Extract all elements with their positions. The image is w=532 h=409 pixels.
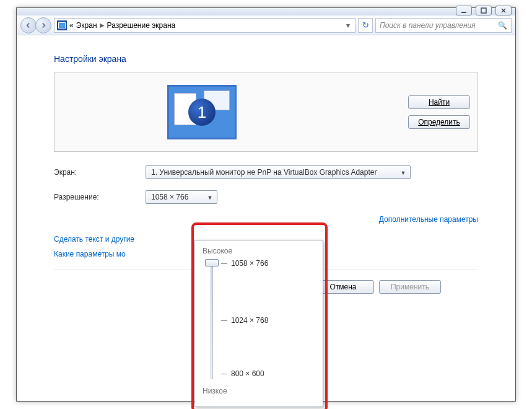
resolution-option[interactable]: 1024 × 768 — [231, 316, 268, 325]
svg-rect-0 — [461, 12, 466, 13]
screen-dropdown[interactable]: 1. Универсальный монитор не PnP на Virtu… — [146, 165, 411, 179]
monitor-thumbnail[interactable]: 1 — [167, 85, 237, 139]
slider-track — [211, 262, 213, 379]
resolution-option[interactable]: 800 × 600 — [231, 369, 264, 378]
monitor-number-badge: 1 — [188, 99, 216, 126]
breadcrumb-prefix: « — [69, 21, 74, 30]
screen-label: Экран: — [54, 168, 146, 177]
apply-button: Применить — [379, 280, 441, 294]
resolution-slider-popup: Высокое 1058 × 766 1024 × 768 800 × 600 … — [194, 240, 323, 407]
forward-button[interactable] — [35, 17, 51, 33]
slider-high-label: Высокое — [203, 247, 315, 255]
chevron-right-icon: ▶ — [100, 22, 105, 29]
title-bar — [17, 8, 515, 15]
search-placeholder: Поиск в панели управления — [380, 21, 476, 30]
close-button[interactable] — [495, 6, 512, 15]
search-icon[interactable]: 🔍 — [498, 21, 507, 30]
advanced-settings-link[interactable]: Дополнительные параметры — [379, 215, 478, 224]
monitor-preview-panel: 1 Найти Определить — [54, 73, 478, 152]
detect-button[interactable]: Определить — [408, 115, 470, 129]
back-button[interactable] — [20, 17, 37, 33]
nav-bar: « Экран ▶ Разрешение экрана ▾ ↻ Поиск в … — [17, 15, 515, 35]
maximize-button[interactable] — [476, 6, 492, 15]
resolution-label: Разрешение: — [54, 193, 146, 201]
resolution-slider[interactable] — [203, 259, 221, 383]
content-area: Настройки экрана 1 Найти Определить Экра… — [17, 35, 515, 294]
which-params-link[interactable]: Какие параметры мо — [54, 250, 126, 258]
breadcrumb-item[interactable]: Экран — [76, 21, 97, 30]
slider-low-label: Низкое — [203, 387, 315, 395]
address-bar[interactable]: « Экран ▶ Разрешение экрана ▾ — [54, 18, 355, 33]
control-panel-window: « Экран ▶ Разрешение экрана ▾ ↻ Поиск в … — [16, 7, 516, 402]
svg-rect-1 — [481, 8, 486, 13]
text-size-link[interactable]: Сделать текст и другие — [54, 235, 134, 244]
refresh-button[interactable]: ↻ — [358, 18, 373, 33]
resolution-option[interactable]: 1058 × 766 — [231, 259, 268, 268]
slider-thumb[interactable] — [205, 259, 219, 266]
chevron-down-icon: ▼ — [206, 193, 214, 202]
display-icon — [57, 20, 67, 30]
chevron-down-icon: ▼ — [399, 169, 408, 177]
find-button[interactable]: Найти — [408, 95, 470, 109]
breadcrumb-item[interactable]: Разрешение экрана — [107, 21, 176, 30]
resolution-dropdown[interactable]: 1058 × 766 ▼ — [146, 190, 217, 204]
minimize-button[interactable] — [456, 6, 472, 15]
address-dropdown[interactable]: ▾ — [344, 21, 352, 30]
search-input[interactable]: Поиск в панели управления 🔍 — [375, 18, 512, 33]
page-title: Настройки экрана — [54, 54, 478, 64]
